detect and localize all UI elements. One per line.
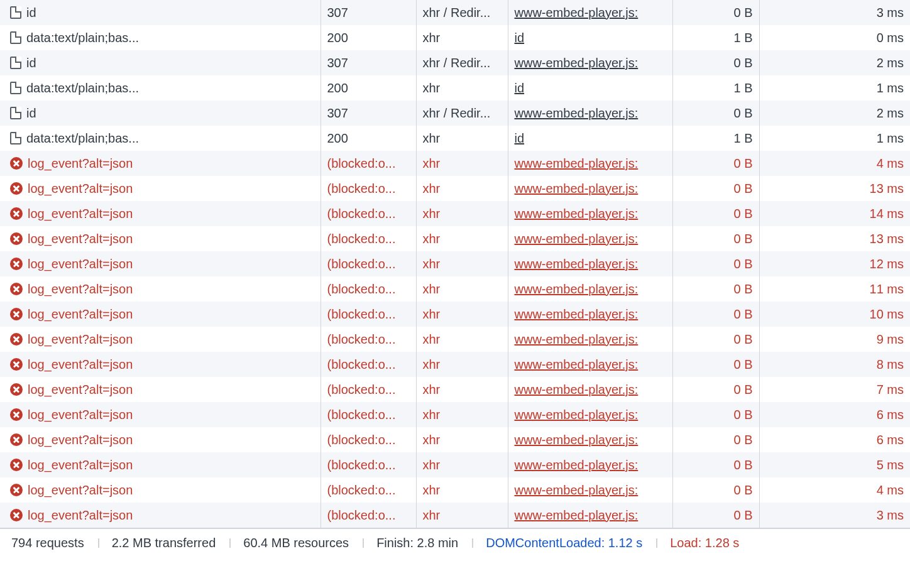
initiator-link[interactable]: www-embed-player.js: — [515, 307, 639, 321]
request-size: 0 B — [672, 0, 759, 25]
request-name: log_event?alt=json — [28, 156, 133, 171]
request-name: log_event?alt=json — [28, 282, 133, 297]
error-icon — [10, 484, 23, 496]
request-type: xhr — [416, 251, 508, 276]
request-type: xhr — [416, 302, 508, 327]
network-request-table: id307xhr / Redir...www-embed-player.js:0… — [0, 0, 910, 528]
request-size: 0 B — [672, 276, 759, 302]
table-row[interactable]: data:text/plain;bas...200xhrid1 B1 ms — [0, 126, 910, 151]
table-row[interactable]: data:text/plain;bas...200xhrid1 B1 ms — [0, 75, 910, 101]
error-icon — [10, 308, 23, 320]
error-icon — [10, 433, 23, 446]
status-requests: 794 requests — [11, 536, 98, 550]
request-time: 11 ms — [759, 276, 910, 302]
table-row[interactable]: log_event?alt=json(blocked:o...xhrwww-em… — [0, 226, 910, 251]
request-time: 7 ms — [759, 377, 910, 402]
table-row[interactable]: log_event?alt=json(blocked:o...xhrwww-em… — [0, 176, 910, 201]
table-row[interactable]: log_event?alt=json(blocked:o...xhrwww-em… — [0, 402, 910, 427]
request-type: xhr — [416, 402, 508, 427]
initiator-link[interactable]: www-embed-player.js: — [515, 207, 639, 220]
request-status: (blocked:o... — [321, 452, 416, 477]
request-type: xhr — [416, 477, 508, 503]
request-status: (blocked:o... — [321, 402, 416, 427]
request-name: log_event?alt=json — [28, 357, 133, 372]
initiator-link[interactable]: www-embed-player.js: — [515, 257, 639, 271]
request-time: 10 ms — [759, 302, 910, 327]
request-size: 0 B — [672, 477, 759, 503]
file-icon — [10, 31, 21, 44]
initiator-link[interactable]: id — [515, 31, 525, 45]
request-name: log_event?alt=json — [28, 508, 133, 523]
table-row[interactable]: log_event?alt=json(blocked:o...xhrwww-em… — [0, 452, 910, 477]
initiator-link[interactable]: www-embed-player.js: — [515, 408, 639, 422]
request-status: 307 — [321, 0, 416, 25]
request-name: log_event?alt=json — [28, 383, 133, 397]
request-type: xhr — [416, 226, 508, 251]
request-status: (blocked:o... — [321, 176, 416, 201]
error-icon — [10, 509, 23, 521]
error-icon — [10, 333, 23, 346]
initiator-link[interactable]: id — [515, 131, 525, 145]
initiator-link[interactable]: www-embed-player.js: — [515, 458, 639, 472]
initiator-link[interactable]: www-embed-player.js: — [515, 232, 639, 246]
request-size: 0 B — [672, 201, 759, 226]
error-icon — [10, 207, 23, 220]
table-row[interactable]: log_event?alt=json(blocked:o...xhrwww-em… — [0, 427, 910, 452]
table-row[interactable]: log_event?alt=json(blocked:o...xhrwww-em… — [0, 201, 910, 226]
file-icon — [10, 82, 21, 94]
file-icon — [10, 132, 21, 144]
table-row[interactable]: log_event?alt=json(blocked:o...xhrwww-em… — [0, 302, 910, 327]
network-status-bar: 794 requests 2.2 MB transferred 60.4 MB … — [0, 528, 910, 557]
initiator-link[interactable]: www-embed-player.js: — [515, 56, 639, 70]
request-status: (blocked:o... — [321, 427, 416, 452]
initiator-link[interactable]: www-embed-player.js: — [515, 483, 639, 497]
request-status: (blocked:o... — [321, 151, 416, 176]
table-row[interactable]: log_event?alt=json(blocked:o...xhrwww-em… — [0, 151, 910, 176]
status-domcontentloaded: DOMContentLoaded: 1.12 s — [472, 536, 656, 550]
request-type: xhr — [416, 377, 508, 402]
request-type: xhr — [416, 75, 508, 101]
initiator-link[interactable]: www-embed-player.js: — [515, 282, 639, 296]
request-time: 13 ms — [759, 176, 910, 201]
initiator-link[interactable]: www-embed-player.js: — [515, 508, 639, 522]
initiator-link[interactable]: id — [515, 81, 525, 95]
request-size: 0 B — [672, 226, 759, 251]
request-time: 12 ms — [759, 251, 910, 276]
initiator-link[interactable]: www-embed-player.js: — [515, 383, 639, 396]
table-row[interactable]: id307xhr / Redir...www-embed-player.js:0… — [0, 101, 910, 126]
table-row[interactable]: log_event?alt=json(blocked:o...xhrwww-em… — [0, 327, 910, 352]
initiator-link[interactable]: www-embed-player.js: — [515, 156, 639, 170]
initiator-link[interactable]: www-embed-player.js: — [515, 182, 639, 195]
initiator-link[interactable]: www-embed-player.js: — [515, 332, 639, 346]
initiator-link[interactable]: www-embed-player.js: — [515, 106, 639, 120]
file-icon — [10, 6, 21, 19]
request-time: 6 ms — [759, 427, 910, 452]
table-row[interactable]: data:text/plain;bas...200xhrid1 B0 ms — [0, 25, 910, 50]
request-time: 1 ms — [759, 126, 910, 151]
request-status: (blocked:o... — [321, 276, 416, 302]
table-row[interactable]: log_event?alt=json(blocked:o...xhrwww-em… — [0, 251, 910, 276]
request-type: xhr — [416, 276, 508, 302]
table-row[interactable]: log_event?alt=json(blocked:o...xhrwww-em… — [0, 276, 910, 302]
table-row[interactable]: log_event?alt=json(blocked:o...xhrwww-em… — [0, 477, 910, 503]
error-icon — [10, 358, 23, 371]
request-name: log_event?alt=json — [28, 182, 133, 196]
initiator-link[interactable]: www-embed-player.js: — [515, 357, 639, 371]
request-size: 0 B — [672, 503, 759, 528]
request-type: xhr — [416, 126, 508, 151]
error-icon — [10, 383, 23, 396]
request-status: (blocked:o... — [321, 477, 416, 503]
request-name: data:text/plain;bas... — [26, 81, 139, 95]
error-icon — [10, 258, 23, 270]
table-row[interactable]: log_event?alt=json(blocked:o...xhrwww-em… — [0, 352, 910, 377]
error-icon — [10, 182, 23, 195]
table-row[interactable]: id307xhr / Redir...www-embed-player.js:0… — [0, 0, 910, 25]
initiator-link[interactable]: www-embed-player.js: — [515, 6, 639, 19]
request-name: data:text/plain;bas... — [26, 131, 139, 146]
table-row[interactable]: id307xhr / Redir...www-embed-player.js:0… — [0, 50, 910, 75]
status-finish: Finish: 2.8 min — [363, 536, 472, 550]
table-row[interactable]: log_event?alt=json(blocked:o...xhrwww-em… — [0, 503, 910, 528]
initiator-link[interactable]: www-embed-player.js: — [515, 433, 639, 447]
request-size: 0 B — [672, 377, 759, 402]
table-row[interactable]: log_event?alt=json(blocked:o...xhrwww-em… — [0, 377, 910, 402]
